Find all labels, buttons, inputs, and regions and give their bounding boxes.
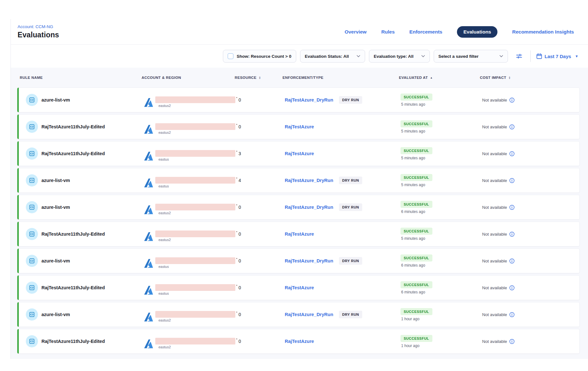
- evaluation-type-dropdown[interactable]: Evaluation type: All: [369, 50, 430, 63]
- column-header-resource[interactable]: RESOURCE▲▼: [233, 76, 283, 80]
- evaluation-status-value: Evaluation Status: All: [305, 54, 349, 59]
- resource-count-filter[interactable]: Show: Resource Count > 0: [223, 50, 296, 63]
- breadcrumb-account-link[interactable]: Account: CCM-NG: [18, 24, 59, 29]
- saved-filter-dropdown[interactable]: Select a saved filter: [434, 50, 508, 63]
- page-title: Evaluations: [18, 31, 59, 39]
- table-row[interactable]: RajTestAzure11thJuly-Edited eastus2 0 Ra…: [17, 329, 580, 354]
- info-icon[interactable]: [509, 151, 515, 156]
- cost-impact-value: Not available: [482, 151, 507, 156]
- region-label: eastus2: [158, 211, 235, 215]
- sort-icon[interactable]: ▲▼: [509, 76, 511, 80]
- evaluated-time: 5 minutes ago: [401, 156, 425, 160]
- info-icon[interactable]: [509, 205, 515, 210]
- resource-count: 0: [239, 285, 241, 290]
- redacted-account-name: [155, 123, 235, 130]
- column-label: COST IMPACT: [480, 76, 506, 80]
- table-row[interactable]: azure-list-vm eastus2 0 RajTestAzure_Dry…: [17, 195, 580, 220]
- table-row[interactable]: RajTestAzure11thJuly-Edited eastus2 0 Ra…: [17, 222, 580, 246]
- column-header-evaluated-at[interactable]: EVALUATED AT▲: [399, 76, 480, 80]
- sort-icon[interactable]: ▲▼: [259, 76, 261, 80]
- enforcement-link[interactable]: RajTestAzure_DryRun: [285, 205, 333, 210]
- rule-icon: [26, 121, 38, 133]
- resource-count: 0: [239, 339, 241, 344]
- rule-name: azure-list-vm: [41, 178, 70, 183]
- status-badge: SUCCESSFUL: [401, 94, 432, 101]
- page-header: Account: CCM-NG Evaluations OverviewRule…: [11, 19, 588, 45]
- column-label: ACCOUNT & REGION: [142, 76, 181, 80]
- table-row[interactable]: azure-list-vm eastus 4 RajTestAzure_DryR…: [17, 168, 580, 193]
- tab-rules[interactable]: Rules: [381, 29, 395, 35]
- calendar-icon: [536, 53, 542, 59]
- rule-icon: [26, 201, 38, 213]
- date-range-value: Last 7 Days: [545, 54, 571, 59]
- status-badge: SUCCESSFUL: [401, 228, 432, 235]
- enforcement-link[interactable]: RajTestAzure_DryRun: [285, 258, 333, 263]
- evaluated-time: 5 minutes ago: [401, 129, 425, 133]
- azure-icon: [143, 151, 155, 162]
- info-icon[interactable]: [509, 231, 515, 237]
- enforcement-link[interactable]: RajTestAzure: [285, 151, 314, 156]
- enforcement-link[interactable]: RajTestAzure_DryRun: [285, 97, 333, 102]
- cost-impact-value: Not available: [482, 285, 507, 290]
- info-icon[interactable]: [509, 339, 515, 344]
- rule-icon: [26, 228, 38, 240]
- status-badge: SUCCESSFUL: [401, 120, 432, 127]
- column-header-cost-impact[interactable]: COST IMPACT▲▼: [480, 76, 580, 80]
- table-row[interactable]: RajTestAzure11thJuly-Edited eastus 0 Raj…: [17, 275, 580, 300]
- tab-recommendation-insights[interactable]: Recommendation Insights: [512, 29, 574, 35]
- rule-icon: [26, 282, 38, 294]
- caret-down-icon: ▼: [575, 54, 578, 58]
- evaluated-time: 5 minutes ago: [401, 102, 425, 107]
- enforcement-link[interactable]: RajTestAzure_DryRun: [285, 312, 333, 317]
- table-row[interactable]: RajTestAzure11thJuly-Edited eastus 3 Raj…: [17, 141, 580, 166]
- table-row[interactable]: RajTestAzure11thJuly-Edited eastus2 0 Ra…: [17, 114, 580, 139]
- info-icon[interactable]: [509, 97, 515, 103]
- info-icon[interactable]: [509, 285, 515, 291]
- azure-icon: [143, 97, 155, 109]
- divider: [530, 50, 531, 62]
- filter-sliders-icon[interactable]: [514, 51, 525, 62]
- evaluation-status-dropdown[interactable]: Evaluation Status: All: [300, 50, 365, 63]
- redacted-account-name: [155, 231, 235, 237]
- tab-evaluations[interactable]: Evaluations: [457, 26, 497, 38]
- info-icon[interactable]: [509, 178, 515, 183]
- region-label: eastus2: [158, 345, 235, 349]
- enforcement-link[interactable]: RajTestAzure: [285, 124, 314, 129]
- evaluated-time: 1 hour ago: [401, 317, 419, 321]
- rule-name: azure-list-vm: [41, 258, 70, 263]
- enforcement-link[interactable]: RajTestAzure: [285, 339, 314, 344]
- region-label: eastus: [158, 157, 235, 161]
- dry-run-badge: DRY RUN: [339, 177, 362, 184]
- resource-count: 3: [239, 151, 241, 156]
- resource-count: 0: [239, 312, 241, 317]
- tab-overview[interactable]: Overview: [345, 29, 367, 35]
- evaluated-time: 1 hour ago: [401, 344, 419, 348]
- dry-run-badge: DRY RUN: [339, 311, 362, 318]
- resource-count-checkbox[interactable]: [228, 53, 233, 59]
- enforcement-link[interactable]: RajTestAzure_DryRun: [285, 178, 333, 183]
- date-range-picker[interactable]: Last 7 Days ▼: [536, 53, 578, 59]
- resource-count: 0: [239, 124, 241, 129]
- table-row[interactable]: azure-list-vm eastus2 0 RajTestAzure_Dry…: [17, 87, 580, 112]
- azure-icon: [143, 312, 155, 323]
- info-icon[interactable]: [509, 124, 515, 130]
- resource-count: 0: [239, 205, 241, 210]
- info-icon[interactable]: [509, 258, 515, 264]
- rule-icon: [26, 174, 38, 186]
- tab-enforcements[interactable]: Enforcements: [409, 29, 442, 35]
- info-icon[interactable]: [509, 312, 515, 317]
- rule-icon: [26, 255, 38, 267]
- main-content: Account: CCM-NG Evaluations OverviewRule…: [11, 19, 588, 359]
- enforcement-link[interactable]: RajTestAzure: [285, 231, 314, 237]
- sort-asc-icon[interactable]: ▲: [430, 76, 433, 79]
- redacted-account-name: [155, 204, 235, 210]
- enforcement-link[interactable]: RajTestAzure: [285, 285, 314, 290]
- evaluated-time: 6 minutes ago: [401, 209, 425, 214]
- rule-icon: [26, 94, 38, 106]
- rule-icon: [26, 335, 38, 347]
- rule-name: RajTestAzure11thJuly-Edited: [41, 231, 105, 237]
- resource-count: 0: [239, 258, 241, 263]
- table-row[interactable]: azure-list-vm eastus2 0 RajTestAzure_Dry…: [17, 302, 580, 327]
- table-row[interactable]: azure-list-vm eastus 0 RajTestAzure_DryR…: [17, 248, 580, 273]
- redacted-account-name: [155, 177, 235, 184]
